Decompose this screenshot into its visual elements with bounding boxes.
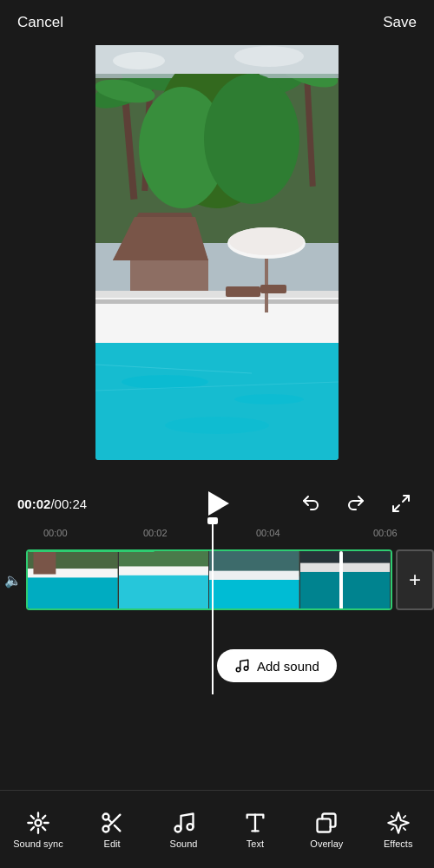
time-display: 00:02/00:24	[17, 496, 87, 511]
scissors-icon	[100, 811, 124, 835]
svg-point-14	[204, 74, 299, 204]
track-frame-2	[119, 551, 210, 608]
nav-label-edit: Edit	[104, 838, 121, 849]
svg-line-38	[393, 505, 399, 511]
undo-icon	[300, 493, 321, 514]
svg-rect-25	[260, 285, 286, 293]
svg-point-35	[113, 52, 165, 69]
effects-icon	[386, 811, 411, 835]
add-clip-button[interactable]: +	[396, 549, 434, 610]
svg-point-54	[35, 819, 41, 825]
svg-rect-44	[119, 572, 209, 608]
ruler-mark-1: 00:02	[143, 528, 168, 538]
add-sound-container: ♪ Add sound	[217, 649, 391, 682]
svg-line-58	[115, 825, 120, 830]
svg-line-59	[108, 819, 113, 823]
add-icon: +	[409, 568, 421, 592]
svg-rect-19	[95, 291, 339, 298]
ruler-mark-2: 00:04	[256, 528, 280, 538]
playhead-handle	[207, 517, 218, 524]
ruler-mark-0: 00:00	[43, 528, 68, 538]
nav-item-sound[interactable]: Sound	[158, 804, 210, 856]
svg-rect-20	[95, 299, 339, 304]
nav-label-overlay: Overlay	[310, 838, 343, 849]
svg-rect-50	[300, 569, 391, 608]
svg-point-36	[234, 46, 304, 67]
nav-item-effects[interactable]: Effects	[372, 804, 424, 856]
svg-point-61	[187, 824, 193, 830]
svg-rect-45	[119, 566, 209, 575]
svg-rect-24	[226, 286, 260, 297]
music-note-icon	[172, 811, 196, 835]
nav-label-sound-sync: Sound sync	[13, 838, 62, 849]
timeline-ruler: 00:00 00:02 00:04 00:06	[0, 521, 434, 545]
svg-rect-64	[318, 819, 331, 832]
undo-button[interactable]	[295, 488, 326, 519]
svg-point-23	[229, 227, 304, 255]
header: Cancel Save	[0, 0, 434, 45]
timeline-container: 00:00 00:02 00:04 00:06 🔈	[0, 521, 434, 634]
svg-point-60	[174, 825, 181, 832]
nav-item-overlay[interactable]: Overlay	[300, 804, 352, 856]
save-button[interactable]: Save	[383, 14, 417, 31]
add-sound-button[interactable]: ♪ Add sound	[217, 649, 337, 682]
svg-rect-40	[28, 575, 118, 608]
overlay-icon	[314, 811, 339, 835]
track-frame-4	[300, 551, 391, 608]
nav-label-sound: Sound	[170, 838, 198, 849]
redo-button[interactable]	[340, 488, 372, 519]
bottom-nav: Sound sync Edit Sound Text	[0, 790, 434, 868]
svg-point-30	[234, 394, 304, 404]
svg-point-31	[165, 417, 269, 434]
svg-rect-42	[33, 551, 56, 575]
track-frame-3	[209, 551, 300, 608]
current-time: 00:02	[17, 496, 50, 511]
playhead	[212, 521, 214, 694]
svg-line-37	[403, 496, 409, 502]
nav-item-sound-sync[interactable]: Sound sync	[10, 804, 66, 856]
volume-icon: 🔈	[4, 572, 22, 589]
music-icon: ♪	[234, 658, 250, 674]
video-preview-container	[95, 43, 339, 460]
add-sound-label: Add sound	[257, 659, 319, 674]
ruler-mark-3: 00:06	[373, 528, 398, 538]
nav-item-text[interactable]: Text	[229, 804, 281, 856]
svg-rect-48	[209, 571, 299, 580]
sound-sync-icon	[26, 811, 50, 835]
track-frame-1	[28, 551, 119, 608]
redo-icon	[345, 493, 366, 514]
video-track[interactable]	[26, 549, 392, 610]
nav-label-text: Text	[247, 838, 264, 849]
play-icon	[208, 491, 229, 516]
total-time: 00:24	[55, 496, 88, 511]
svg-point-53	[244, 667, 248, 671]
svg-rect-47	[209, 576, 299, 608]
fullscreen-icon	[391, 493, 411, 514]
video-track-container[interactable]: 🔈	[26, 545, 434, 615]
cancel-button[interactable]: Cancel	[17, 14, 63, 31]
svg-rect-28	[95, 334, 339, 343]
text-icon	[243, 811, 267, 835]
svg-rect-51	[300, 563, 391, 572]
video-preview	[95, 43, 339, 460]
svg-point-52	[236, 667, 240, 672]
nav-label-effects: Effects	[384, 838, 412, 849]
fullscreen-button[interactable]	[385, 488, 417, 519]
progress-indicator	[28, 549, 155, 552]
nav-item-edit[interactable]: Edit	[86, 804, 138, 856]
track-cut-marker[interactable]	[339, 551, 343, 610]
